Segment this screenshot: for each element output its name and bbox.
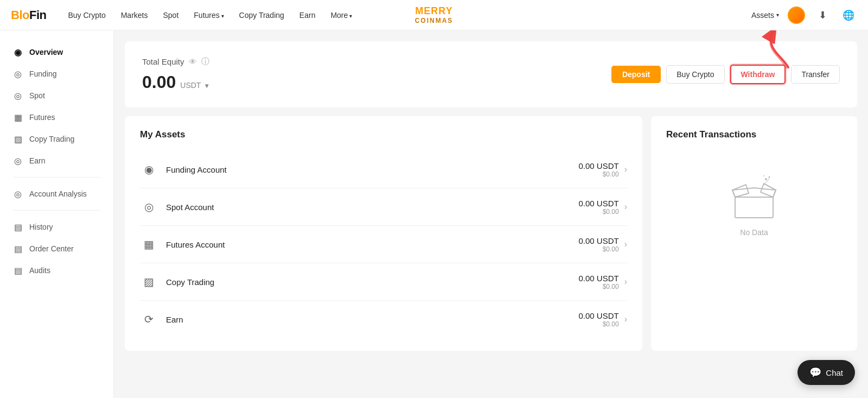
futures-account-value: 0.00 USDT: [578, 236, 618, 245]
sidebar-item-history[interactable]: ▤ History: [0, 216, 113, 238]
sidebar-item-spot[interactable]: ◎ Spot: [0, 85, 113, 106]
sidebar-item-copy-trading[interactable]: ▨ Copy Trading: [0, 128, 113, 150]
asset-row-left-futures: ▦ Futures Account: [140, 236, 225, 253]
sidebar-label-earn: Earn: [29, 156, 46, 165]
spot-chevron-icon: ›: [624, 202, 627, 212]
nav-right: Assets ⬇ 🌐: [751, 7, 857, 24]
content-row: My Assets ◉ Funding Account 0.00 USDT $0…: [125, 116, 857, 351]
no-data-area: No Data: [666, 151, 842, 258]
transfer-button[interactable]: Transfer: [791, 65, 840, 84]
audits-icon: ▤: [13, 266, 23, 275]
center-logo: MERRY COINMAS: [415, 5, 454, 24]
sidebar-item-order-center[interactable]: ▤ Order Center: [0, 238, 113, 260]
no-data-label: No Data: [740, 228, 768, 237]
chat-label: Chat: [826, 368, 843, 377]
download-icon[interactable]: ⬇: [814, 7, 831, 24]
sidebar-label-spot: Spot: [29, 91, 45, 100]
spot-account-value: 0.00 USDT: [578, 199, 618, 208]
copy-trading-icon: ▨: [13, 134, 23, 144]
spot-account-name: Spot Account: [166, 203, 214, 212]
sidebar-item-overview[interactable]: ◉ Overview: [0, 41, 113, 63]
asset-row-right-futures: 0.00 USDT $0.00 ›: [578, 236, 627, 253]
equity-currency-toggle[interactable]: ▾: [205, 82, 208, 90]
eye-icon[interactable]: 👁: [189, 57, 197, 66]
asset-row-left-earn: ⟳ Earn: [140, 311, 183, 328]
assets-dropdown[interactable]: Assets: [751, 11, 779, 20]
copy-trading-account-name: Copy Trading: [166, 277, 214, 287]
futures-chevron-icon: ›: [624, 239, 627, 249]
funding-account-usd: $0.00: [578, 170, 618, 178]
asset-row-earn[interactable]: ⟳ Earn 0.00 USDT $0.00 ›: [140, 301, 627, 338]
logo-fin: Fin: [29, 8, 47, 22]
globe-icon[interactable]: 🌐: [840, 7, 857, 24]
sidebar-label-audits: Audits: [29, 266, 50, 275]
nav-markets[interactable]: Markets: [114, 8, 155, 23]
equity-card: Total Equity 👁 ⓘ 0.00 USDT ▾ Deposit Buy…: [125, 41, 857, 108]
sidebar-label-overview: Overview: [29, 48, 63, 56]
sidebar-label-futures: Futures: [29, 113, 55, 122]
equity-info: Total Equity 👁 ⓘ 0.00 USDT ▾: [142, 56, 209, 92]
funding-account-name: Funding Account: [166, 165, 227, 174]
withdraw-button[interactable]: Withdraw: [730, 65, 786, 84]
asset-row-spot[interactable]: ◎ Spot Account 0.00 USDT $0.00 ›: [140, 188, 627, 226]
spot-icon: ◎: [13, 91, 23, 100]
funding-account-icon: ◉: [140, 161, 157, 178]
nav-futures[interactable]: Futures: [187, 8, 230, 23]
sidebar-item-earn[interactable]: ◎ Earn: [0, 150, 113, 172]
sidebar-divider: [13, 177, 100, 178]
top-nav: BloFin Buy Crypto Markets Spot Futures C…: [0, 0, 868, 30]
sidebar-label-account-analysis: Account Analysis: [29, 189, 87, 198]
order-center-icon: ▤: [13, 244, 23, 254]
spot-account-icon: ◎: [140, 198, 157, 216]
copy-trading-chevron-icon: ›: [624, 277, 627, 287]
chat-icon: 💬: [809, 367, 821, 378]
info-icon[interactable]: ⓘ: [201, 56, 209, 67]
nav-spot[interactable]: Spot: [157, 8, 186, 23]
nav-links: Buy Crypto Markets Spot Futures Copy Tra…: [61, 8, 751, 23]
account-analysis-icon: ◎: [13, 189, 23, 199]
buy-crypto-button[interactable]: Buy Crypto: [666, 65, 724, 84]
equity-label: Total Equity 👁 ⓘ: [142, 56, 209, 67]
equity-actions: Deposit Buy Crypto Withdraw: [611, 65, 840, 84]
svg-rect-1: [735, 197, 773, 218]
empty-box-icon: [727, 173, 781, 222]
nav-buy-crypto[interactable]: Buy Crypto: [61, 8, 112, 23]
sidebar-label-history: History: [29, 223, 53, 231]
asset-row-futures[interactable]: ▦ Futures Account 0.00 USDT $0.00 ›: [140, 226, 627, 263]
sidebar-item-futures[interactable]: ▦ Futures: [0, 106, 113, 128]
sidebar-item-account-analysis[interactable]: ◎ Account Analysis: [0, 183, 113, 205]
equity-unit: USDT: [180, 81, 201, 90]
assets-card: My Assets ◉ Funding Account 0.00 USDT $0…: [125, 116, 642, 351]
earn-icon: ◎: [13, 156, 23, 166]
earn-account-name: Earn: [166, 315, 183, 324]
spot-account-usd: $0.00: [578, 208, 618, 216]
asset-row-right-spot: 0.00 USDT $0.00 ›: [578, 199, 627, 216]
earn-chevron-icon: ›: [624, 314, 627, 324]
asset-row-left-funding: ◉ Funding Account: [140, 161, 227, 178]
sidebar-item-audits[interactable]: ▤ Audits: [0, 260, 113, 281]
logo-blo: Blo: [11, 8, 29, 22]
nav-copy-trading[interactable]: Copy Trading: [233, 8, 291, 23]
assets-card-title: My Assets: [140, 129, 627, 140]
deposit-button[interactable]: Deposit: [611, 66, 661, 83]
funding-chevron-icon: ›: [624, 165, 627, 174]
nav-earn[interactable]: Earn: [293, 8, 322, 23]
nav-more[interactable]: More: [324, 8, 359, 23]
history-icon: ▤: [13, 222, 23, 232]
copy-trading-account-value: 0.00 USDT: [578, 274, 618, 283]
chat-button[interactable]: 💬 Chat: [797, 360, 855, 385]
sidebar-divider2: [13, 210, 100, 211]
copy-trading-account-icon: ▨: [140, 273, 157, 290]
funding-icon: ◎: [13, 69, 23, 79]
transactions-title: Recent Transactions: [666, 129, 842, 140]
earn-account-icon: ⟳: [140, 311, 157, 328]
brand-logo[interactable]: BloFin: [11, 8, 46, 22]
sidebar-label-copy-trading: Copy Trading: [29, 135, 74, 143]
asset-row-left-copy-trading: ▨ Copy Trading: [140, 273, 214, 290]
avatar[interactable]: [788, 7, 805, 24]
sidebar-label-funding: Funding: [29, 70, 57, 78]
sidebar-item-funding[interactable]: ◎ Funding: [0, 63, 113, 85]
asset-row-right-funding: 0.00 USDT $0.00 ›: [578, 161, 627, 178]
asset-row-copy-trading[interactable]: ▨ Copy Trading 0.00 USDT $0.00 ›: [140, 263, 627, 301]
asset-row-funding[interactable]: ◉ Funding Account 0.00 USDT $0.00 ›: [140, 151, 627, 188]
